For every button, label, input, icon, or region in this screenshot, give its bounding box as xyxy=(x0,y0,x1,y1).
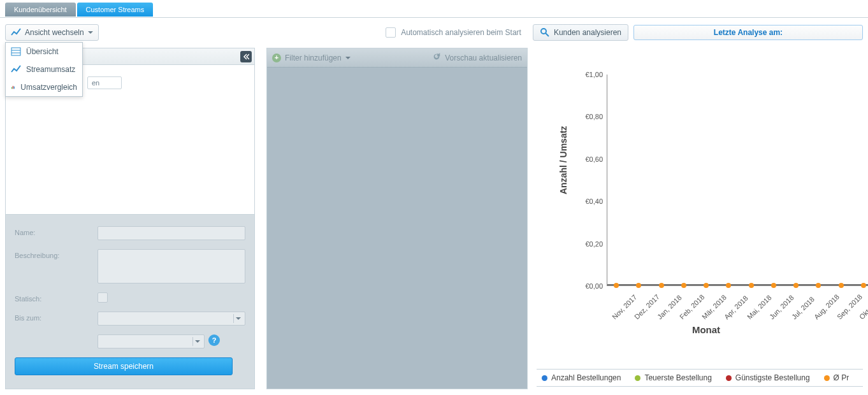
chart-plot xyxy=(607,75,868,286)
refresh-preview-button[interactable]: Vorschau aktualisieren xyxy=(432,52,522,63)
legend-label: Ø Pr xyxy=(834,373,850,382)
divider xyxy=(0,17,868,18)
svg-rect-7 xyxy=(14,87,15,89)
analyse-customers-label: Kunden analysieren xyxy=(554,28,621,37)
filter-panel: + Filter hinzufügen Vorschau aktualisier… xyxy=(266,48,528,389)
chart-y-tick: €0,80 xyxy=(577,113,603,120)
description-label: Beschreibung: xyxy=(15,249,98,259)
plus-icon: + xyxy=(272,54,281,62)
chart-bar-icon xyxy=(11,82,15,92)
chart-point xyxy=(839,283,844,288)
menu-overview[interactable]: Übersicht xyxy=(6,43,82,61)
chevron-down-icon xyxy=(233,314,242,323)
chart-y-tick: €1,00 xyxy=(577,71,603,78)
collapse-left-button[interactable] xyxy=(240,51,252,62)
chart-x-label: Monat xyxy=(554,324,858,335)
chart-x-tick: Mai, 2018 xyxy=(746,294,773,321)
chevron-down-icon xyxy=(88,28,93,37)
refresh-icon xyxy=(432,52,441,63)
chart-line-icon xyxy=(11,27,21,38)
legend-item[interactable]: Anzahl Bestellungen xyxy=(542,373,621,382)
chart-point xyxy=(681,283,686,288)
legend-dot-icon xyxy=(635,375,640,381)
add-filter-button[interactable]: + Filter hinzufügen xyxy=(272,54,351,62)
legend-label: Günstigste Bestellung xyxy=(735,373,810,382)
add-filter-label: Filter hinzufügen xyxy=(285,54,342,62)
legend-item[interactable]: Ø Pr xyxy=(824,373,850,382)
chart-point xyxy=(771,283,776,288)
last-analysis-display: Letzte Analyse am: xyxy=(633,25,863,40)
svg-rect-2 xyxy=(11,48,20,55)
svg-point-0 xyxy=(541,29,546,34)
chart-y-tick: €0,40 xyxy=(577,198,603,205)
chart-y-label: Anzahl / Umsatz xyxy=(558,126,568,194)
help-icon[interactable]: ? xyxy=(208,334,220,346)
chart-legend: Anzahl BestellungenTeuerste BestellungGü… xyxy=(537,369,863,387)
chevron-down-icon xyxy=(345,54,351,62)
chart-baseline xyxy=(607,284,868,285)
chart-point xyxy=(726,283,731,288)
legend-dot-icon xyxy=(542,375,547,381)
chart-y-tick: €0,20 xyxy=(577,240,603,248)
chart-line-icon xyxy=(11,64,21,75)
legend-label: Teuerste Bestellung xyxy=(644,373,711,382)
analyse-customers-button[interactable]: Kunden analysieren xyxy=(533,24,628,41)
chart-point xyxy=(816,283,821,288)
svg-line-1 xyxy=(546,33,549,36)
legend-label: Anzahl Bestellungen xyxy=(551,373,621,382)
name-input[interactable] xyxy=(98,226,245,240)
tab-customer-overview[interactable]: Kundenübersicht xyxy=(5,3,76,17)
svg-rect-5 xyxy=(11,87,12,89)
chart-point xyxy=(614,283,619,288)
chevron-down-icon xyxy=(192,337,201,346)
until-label: Bis zum: xyxy=(15,312,98,322)
chart-point xyxy=(704,283,709,288)
legend-dot-icon xyxy=(824,375,830,381)
auto-analyse-label: Automatisch analysieren beim Start xyxy=(401,28,521,37)
chart-point xyxy=(749,283,754,288)
svg-rect-6 xyxy=(13,86,13,89)
table-icon xyxy=(11,47,21,57)
description-input[interactable] xyxy=(98,249,245,284)
magnifier-user-icon xyxy=(540,27,550,38)
legend-dot-icon xyxy=(726,375,732,381)
streams-panel: en Name: Beschreibung: Statisch: Bis zum… xyxy=(5,48,255,389)
chart-point xyxy=(659,283,664,288)
chart-point xyxy=(636,283,641,288)
static-label: Statisch: xyxy=(15,292,98,303)
menu-stream-sales[interactable]: Streamumsatz xyxy=(6,61,82,78)
until-date-select[interactable] xyxy=(98,312,245,326)
stream-form: Name: Beschreibung: Statisch: Bis zum: ?… xyxy=(6,214,254,389)
chart-y-tick: €0,60 xyxy=(577,155,603,163)
legend-item[interactable]: Teuerste Bestellung xyxy=(635,373,711,382)
chart-point xyxy=(861,283,866,288)
until-time-select[interactable] xyxy=(98,334,205,348)
legend-item[interactable]: Günstigste Bestellung xyxy=(726,373,810,382)
menu-stream-sales-label: Streamumsatz xyxy=(26,65,75,74)
view-switch-label: Ansicht wechseln xyxy=(25,28,84,37)
menu-overview-label: Übersicht xyxy=(26,47,59,56)
menu-sales-compare-label: Umsatzvergleich xyxy=(20,83,77,92)
refresh-preview-label: Vorschau aktualisieren xyxy=(445,54,522,62)
partial-tab[interactable]: en xyxy=(87,76,122,89)
auto-analyse-checkbox[interactable] xyxy=(386,27,396,38)
save-stream-button[interactable]: Stream speichern xyxy=(15,357,233,375)
view-switch-menu: Übersicht Streamumsatz Umsatzvergleich xyxy=(5,42,83,97)
view-switch-button[interactable]: Ansicht wechseln xyxy=(5,24,99,41)
static-checkbox[interactable] xyxy=(98,292,108,303)
chart-y-tick: €0,00 xyxy=(577,282,603,290)
chart-panel: Anzahl / Umsatz €0,00€0,20€0,40€0,60€0,8… xyxy=(537,48,863,389)
tab-customer-streams[interactable]: Customer Streams xyxy=(77,3,154,17)
name-label: Name: xyxy=(15,226,98,236)
menu-sales-compare[interactable]: Umsatzvergleich xyxy=(6,78,82,96)
chart-point xyxy=(793,283,799,288)
